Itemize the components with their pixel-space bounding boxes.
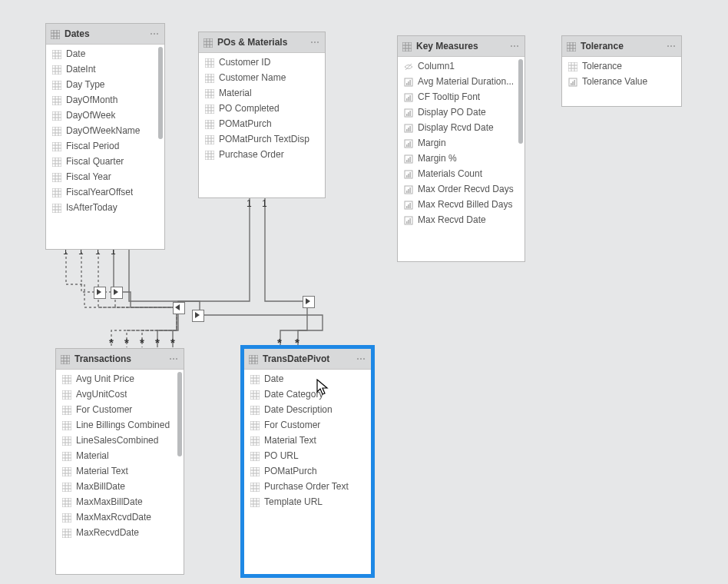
- field-row[interactable]: Max Order Recvd Days: [398, 181, 524, 197]
- measure-icon: [404, 214, 413, 225]
- field-label: Customer Name: [219, 72, 286, 83]
- table-transactions[interactable]: Transactions ⋯ Avg Unit PriceAvgUnitCost…: [55, 348, 184, 575]
- more-options-icon[interactable]: ⋯: [356, 353, 366, 364]
- field-row[interactable]: Purchase Order Text: [244, 479, 371, 494]
- field-row[interactable]: IsAfterToday: [46, 200, 164, 215]
- field-label: LineSalesCombined: [76, 435, 158, 446]
- column-icon: [205, 72, 214, 83]
- field-row[interactable]: Template URL: [244, 494, 371, 509]
- field-row[interactable]: MaxMaxRcvdDate: [56, 509, 184, 525]
- field-row[interactable]: DayOfMonth: [46, 92, 164, 108]
- more-options-icon[interactable]: ⋯: [150, 28, 160, 39]
- field-row[interactable]: CF Tooltip Font: [398, 89, 524, 105]
- field-row[interactable]: Date Description: [244, 402, 371, 417]
- field-row[interactable]: MaxMaxBillDate: [56, 494, 184, 509]
- field-row[interactable]: Date: [244, 371, 371, 387]
- field-row[interactable]: AvgUnitCost: [56, 387, 184, 402]
- field-row[interactable]: Column1: [398, 58, 524, 74]
- table-header[interactable]: Dates ⋯: [46, 24, 164, 45]
- field-row[interactable]: MaxRecvdDate: [56, 525, 184, 540]
- field-row[interactable]: LineSalesCombined: [56, 433, 184, 448]
- more-options-icon[interactable]: ⋯: [169, 353, 179, 364]
- field-row[interactable]: Max Recvd Date: [398, 212, 524, 227]
- field-row[interactable]: POMatPurch: [244, 463, 371, 479]
- field-row[interactable]: Material Text: [56, 463, 184, 479]
- field-label: Display Rcvd Date: [418, 122, 494, 133]
- column-icon: [52, 171, 61, 182]
- svg-rect-133: [409, 172, 411, 178]
- field-row[interactable]: DayOfWeek: [46, 108, 164, 123]
- field-row[interactable]: Tolerance Value: [562, 74, 681, 89]
- table-header[interactable]: Transactions ⋯: [56, 349, 184, 370]
- relationship-arrow: [94, 287, 106, 299]
- field-row[interactable]: Tolerance: [562, 58, 681, 74]
- field-label: CF Tooltip Font: [418, 91, 480, 102]
- column-icon: [52, 141, 61, 151]
- column-icon: [52, 95, 61, 105]
- scrollbar[interactable]: [518, 59, 523, 258]
- field-row[interactable]: PO URL: [244, 448, 371, 463]
- table-header[interactable]: POs & Materials ⋯: [199, 32, 325, 53]
- field-label: MaxBillDate: [76, 481, 125, 492]
- field-row[interactable]: Customer Name: [199, 70, 325, 85]
- table-body: DateDateIntDay TypeDayOfMonthDayOfWeekDa…: [46, 45, 164, 249]
- field-row[interactable]: Display Rcvd Date: [398, 120, 524, 135]
- field-label: For Customer: [76, 404, 132, 415]
- svg-rect-185: [62, 436, 71, 446]
- field-row[interactable]: FiscalYearOffset: [46, 184, 164, 200]
- column-icon: [62, 373, 71, 384]
- field-row[interactable]: Avg Unit Price: [56, 371, 184, 387]
- field-row[interactable]: Fiscal Quarter: [46, 154, 164, 169]
- field-row[interactable]: Fiscal Period: [46, 138, 164, 154]
- field-row[interactable]: Date Category: [244, 387, 371, 402]
- scrollbar[interactable]: [158, 47, 163, 246]
- field-row[interactable]: Max Recvd Billed Days: [398, 197, 524, 212]
- field-row[interactable]: DateInt: [46, 61, 164, 77]
- field-row[interactable]: Display PO Date: [398, 105, 524, 120]
- field-row[interactable]: Margin %: [398, 151, 524, 166]
- field-row[interactable]: Customer ID: [199, 55, 325, 70]
- svg-rect-141: [409, 203, 411, 208]
- table-dates[interactable]: Dates ⋯ DateDateIntDay TypeDayOfMonthDay…: [45, 23, 165, 250]
- field-row[interactable]: POMatPurch: [199, 116, 325, 131]
- column-icon: [62, 512, 71, 523]
- table-header[interactable]: Tolerance ⋯: [562, 36, 681, 57]
- svg-rect-111: [406, 98, 408, 101]
- field-row[interactable]: Purchase Order: [199, 147, 325, 162]
- field-row[interactable]: PO Completed: [199, 101, 325, 116]
- field-row[interactable]: Avg Material Duration...: [398, 74, 524, 89]
- field-row[interactable]: Day Type: [46, 77, 164, 92]
- table-body: DateDate CategoryDate DescriptionFor Cus…: [244, 370, 371, 574]
- field-row[interactable]: For Customer: [244, 417, 371, 433]
- table-key-measures[interactable]: Key Measures ⋯ Column1Avg Material Durat…: [397, 35, 525, 262]
- svg-rect-159: [574, 80, 575, 85]
- field-row[interactable]: Margin: [398, 135, 524, 151]
- field-row[interactable]: Materials Count: [398, 166, 524, 181]
- field-row[interactable]: Material: [199, 85, 325, 101]
- more-options-icon[interactable]: ⋯: [667, 41, 677, 51]
- table-header[interactable]: Key Measures ⋯: [398, 36, 524, 57]
- field-row[interactable]: Material Text: [244, 433, 371, 448]
- field-row[interactable]: MaxBillDate: [56, 479, 184, 494]
- scrollbar[interactable]: [177, 372, 182, 571]
- table-transdatepivot[interactable]: TransDatePivot ⋯ DateDate CategoryDate D…: [243, 348, 372, 575]
- svg-rect-85: [205, 120, 214, 129]
- column-icon: [568, 61, 577, 71]
- more-options-icon[interactable]: ⋯: [310, 37, 320, 48]
- svg-rect-250: [250, 452, 260, 461]
- field-row[interactable]: POMatPurch TextDisp: [199, 131, 325, 147]
- more-options-icon[interactable]: ⋯: [510, 41, 520, 51]
- table-pos-materials[interactable]: POs & Materials ⋯ Customer IDCustomer Na…: [198, 32, 326, 198]
- field-row[interactable]: DayOfWeekName: [46, 123, 164, 138]
- field-row[interactable]: Date: [46, 46, 164, 61]
- model-canvas[interactable]: 1 1 1 1 1 1 * * * * * * * Dates ⋯ DateDa…: [0, 0, 728, 584]
- table-header[interactable]: TransDatePivot ⋯: [244, 349, 371, 370]
- field-row[interactable]: For Customer: [56, 402, 184, 417]
- field-row[interactable]: Line Billings Combined: [56, 417, 184, 433]
- table-tolerance[interactable]: Tolerance ⋯ ToleranceTolerance Value: [561, 35, 682, 107]
- measure-icon: [404, 168, 413, 179]
- field-label: Column1: [418, 61, 455, 71]
- field-row[interactable]: Fiscal Year: [46, 169, 164, 184]
- field-row[interactable]: Material: [56, 448, 184, 463]
- column-icon: [205, 149, 214, 160]
